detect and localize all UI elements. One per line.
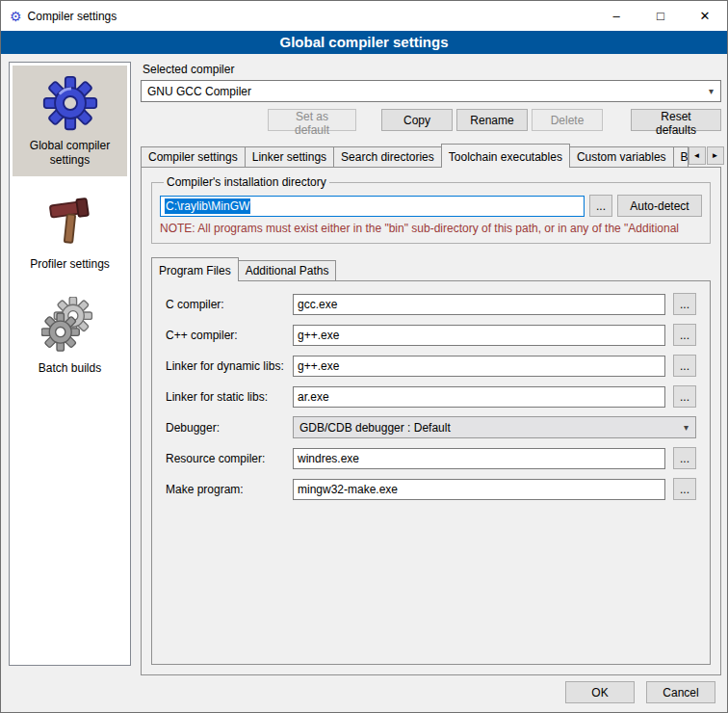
install-dir-browse-button[interactable]: ... [589, 195, 612, 217]
settings-category-list: Global compiler settings Profiler settin… [9, 62, 131, 666]
sidebar-item-global-compiler-settings[interactable]: Global compiler settings [13, 66, 127, 176]
installation-directory-label: Compiler's installation directory [164, 175, 329, 189]
delete-button[interactable]: Delete [532, 109, 603, 131]
cpp-compiler-browse-button[interactable]: ... [673, 324, 696, 346]
window-title: Compiler settings [28, 10, 117, 23]
titlebar: ⚙ Compiler settings – □ ✕ [1, 1, 727, 31]
make-program-label: Make program: [166, 483, 285, 496]
app-icon: ⚙ [10, 9, 22, 24]
resource-compiler-browse-button[interactable]: ... [673, 447, 696, 469]
sidebar-item-label: Global compiler settings [16, 139, 123, 168]
static-linker-label: Linker for static libs: [166, 390, 285, 404]
tab-search-directories[interactable]: Search directories [333, 146, 442, 167]
selected-compiler-label: Selected compiler [143, 63, 721, 76]
copy-button[interactable]: Copy [381, 109, 453, 131]
note-text: NOTE: All programs must exist either in … [160, 222, 702, 235]
tab-toolchain-executables[interactable]: Toolchain executables [441, 144, 570, 168]
chevron-down-icon: ▾ [677, 422, 695, 433]
compiler-select-value: GNU GCC Compiler [147, 85, 251, 98]
sidebar-item-label: Batch builds [39, 361, 101, 376]
close-button[interactable]: ✕ [683, 1, 727, 31]
chevron-down-icon: ▾ [702, 86, 720, 96]
tab-additional-paths[interactable]: Additional Paths [238, 260, 337, 280]
c-compiler-label: C compiler: [166, 298, 285, 311]
debugger-select[interactable]: GDB/CDB debugger : Default ▾ [293, 416, 696, 438]
main-panel: Selected compiler GNU GCC Compiler ▾ Set… [141, 54, 721, 675]
sidebar-item-batch-builds[interactable]: Batch builds [13, 288, 127, 384]
tab-linker-settings[interactable]: Linker settings [245, 146, 334, 167]
compiler-select[interactable]: GNU GCC Compiler ▾ [141, 80, 721, 102]
static-linker-input[interactable]: ar.exe [293, 386, 665, 408]
resource-compiler-value: windres.exe [298, 452, 359, 465]
profiler-tool-icon [41, 193, 99, 251]
tab-custom-variables[interactable]: Custom variables [569, 146, 674, 167]
minimize-button[interactable]: – [594, 1, 638, 31]
installation-directory-group: Compiler's installation directory C:\ray… [151, 175, 711, 244]
dialog-footer: OK Cancel [565, 681, 715, 703]
dynamic-linker-browse-button[interactable]: ... [673, 355, 696, 377]
resource-compiler-input[interactable]: windres.exe [293, 448, 665, 469]
gear-icon [41, 74, 99, 132]
compiler-actions: Set as default Copy Rename Delete Reset … [141, 109, 721, 131]
static-linker-browse-button[interactable]: ... [673, 385, 696, 408]
tab-build-options[interactable]: Build [673, 146, 689, 167]
cpp-compiler-value: g++.exe [298, 329, 339, 342]
set-as-default-button[interactable]: Set as default [268, 109, 356, 131]
make-program-input[interactable]: mingw32-make.exe [293, 479, 665, 500]
tab-compiler-settings[interactable]: Compiler settings [141, 146, 246, 167]
page-title: Global compiler settings [1, 31, 727, 54]
static-linker-value: ar.exe [298, 390, 329, 404]
tab-scroll-controls: ◄ ► [689, 146, 724, 167]
rename-button[interactable]: Rename [456, 109, 528, 131]
reset-defaults-button[interactable]: Reset defaults [631, 109, 721, 131]
install-dir-input[interactable]: C:\raylib\MinGW [160, 196, 585, 217]
toolchain-executables-panel: Compiler's installation directory C:\ray… [141, 167, 721, 675]
dynamic-linker-input[interactable]: g++.exe [293, 356, 665, 377]
debugger-label: Debugger: [166, 421, 285, 435]
sidebar-item-label: Profiler settings [30, 257, 110, 272]
window-controls: – □ ✕ [594, 1, 727, 31]
cancel-button[interactable]: Cancel [646, 681, 715, 703]
c-compiler-value: gcc.exe [298, 298, 337, 311]
tab-program-files[interactable]: Program Files [151, 257, 239, 281]
auto-detect-button[interactable]: Auto-detect [617, 195, 702, 217]
gears-icon [41, 297, 99, 355]
ok-button[interactable]: OK [565, 681, 635, 703]
c-compiler-input[interactable]: gcc.exe [293, 294, 665, 315]
debugger-select-value: GDB/CDB debugger : Default [299, 421, 451, 435]
settings-tabstrip: Compiler settings Linker settings Search… [141, 144, 721, 167]
make-program-browse-button[interactable]: ... [673, 478, 696, 500]
resource-compiler-label: Resource compiler: [166, 452, 285, 465]
cpp-compiler-label: C++ compiler: [166, 329, 285, 342]
install-dir-value: C:\raylib\MinGW [165, 198, 250, 214]
tab-scroll-left-button[interactable]: ◄ [689, 146, 706, 165]
dynamic-linker-value: g++.exe [298, 359, 339, 373]
program-files-panel: C compiler: gcc.exe ... C++ compiler: g+… [151, 280, 711, 665]
c-compiler-browse-button[interactable]: ... [673, 293, 696, 315]
programs-tabstrip: Program Files Additional Paths [151, 257, 711, 280]
maximize-button[interactable]: □ [638, 1, 683, 31]
make-program-value: mingw32-make.exe [298, 483, 398, 496]
dynamic-linker-label: Linker for dynamic libs: [166, 359, 285, 373]
tab-scroll-right-button[interactable]: ► [707, 146, 724, 165]
sidebar-item-profiler-settings[interactable]: Profiler settings [13, 184, 127, 280]
cpp-compiler-input[interactable]: g++.exe [293, 325, 665, 346]
